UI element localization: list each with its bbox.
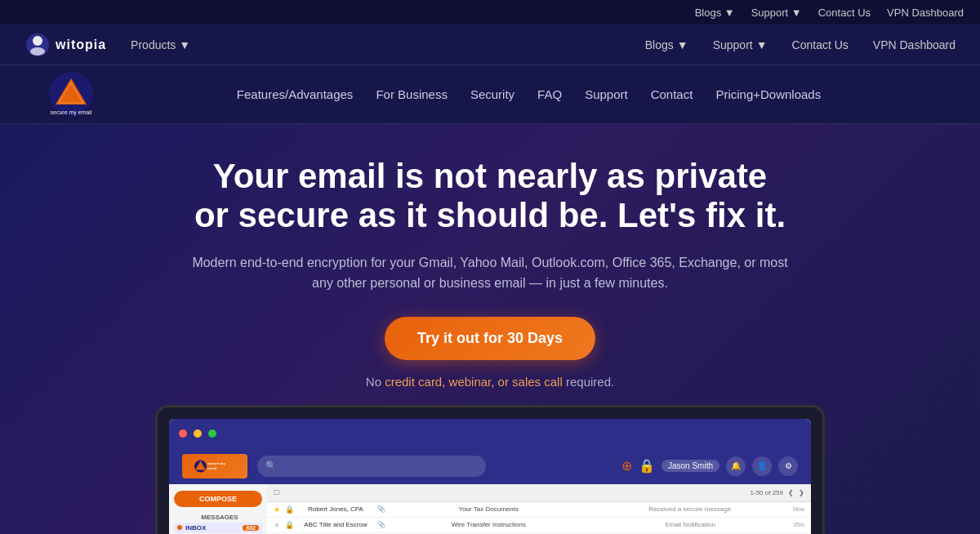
screen-topbar (169, 419, 811, 448)
compose-button[interactable]: COMPOSE (174, 491, 262, 507)
settings-icon[interactable]: ⚙ (778, 456, 798, 476)
blogs-link[interactable]: Blogs ▼ (695, 7, 735, 19)
laptop: secure my email 🔍 ⊕ 🔒 Jason Smith 🔔 (155, 405, 825, 534)
witopia-name: witopia (56, 38, 106, 52)
nav-faq[interactable]: FAQ (537, 87, 562, 101)
dot-red (179, 429, 187, 438)
nav-contact[interactable]: Contact (651, 87, 693, 101)
svg-text:secure my: secure my (207, 461, 225, 465)
bell-icon[interactable]: 🔔 (726, 456, 746, 476)
products-dropdown[interactable]: Products ▼ (131, 38, 190, 51)
user-badge: Jason Smith (662, 460, 719, 472)
second-nav-links: Features/Advantages For Business Securit… (127, 87, 931, 101)
no-req-highlights: credit card, webinar, or sales call (385, 375, 563, 389)
inbox-item[interactable]: INBOX 802 (174, 523, 262, 533)
lock-icon: 🔒 (285, 505, 294, 514)
second-nav: secure my email Features/Advantages For … (0, 65, 980, 124)
dot-green (208, 429, 216, 438)
hero-subtext: Modern end-to-end encryption for your Gm… (184, 252, 796, 294)
top-bar: Blogs ▼ Support ▼ Contact Us VPN Dashboa… (0, 0, 980, 24)
svg-point-2 (30, 47, 45, 56)
svg-point-1 (33, 36, 42, 46)
main-nav: witopia Products ▼ Blogs ▼ Support ▼ Con… (0, 24, 980, 65)
nav-business[interactable]: For Business (376, 87, 448, 101)
screen-user-area: ⊕ 🔒 Jason Smith 🔔 👤 ⚙ (621, 456, 798, 476)
email-count: 1-50 of 259 (751, 489, 783, 496)
hero-headline: Your email is not nearly as private or s… (122, 157, 858, 236)
laptop-outer: secure my email 🔍 ⊕ 🔒 Jason Smith 🔔 (155, 405, 825, 534)
screen-compose-area: COMPOSE MESSAGES INBOX 802 Sent Drafts A… (169, 484, 811, 534)
email-row[interactable]: ★ 🔒 ABC Title and Escrow 📎 Wire Transfer… (267, 518, 811, 533)
screen-search-box[interactable]: 🔍 (257, 456, 486, 477)
support-link[interactable]: Support ▼ (751, 7, 802, 19)
laptop-mockup: secure my email 🔍 ⊕ 🔒 Jason Smith 🔔 (16, 405, 964, 534)
securemyemail-logo: secure my email (49, 72, 94, 117)
logo-area: secure my email (49, 72, 94, 117)
contact-us-link[interactable]: Contact Us (818, 7, 871, 19)
screen-email-list: ☐ 1-50 of 259 ❮❯ ★ 🔒 Robert Jones, CPA 📎… (267, 484, 811, 534)
email-list-header: ☐ 1-50 of 259 ❮❯ (267, 484, 811, 502)
vpn-nav-link[interactable]: VPN Dashboard (873, 38, 956, 51)
svg-text:email: email (207, 466, 216, 470)
screen-logo-bar: secure my email 🔍 ⊕ 🔒 Jason Smith 🔔 (169, 448, 811, 484)
nav-security[interactable]: Security (470, 87, 514, 101)
no-req-text: No credit card, webinar, or sales call r… (16, 375, 964, 389)
dot-yellow (194, 429, 202, 438)
contact-nav-link[interactable]: Contact Us (792, 38, 849, 51)
lock-icon: 🔒 (285, 521, 294, 529)
support-nav-link[interactable]: Support ▼ (713, 38, 768, 51)
witopia-icon (24, 32, 51, 58)
search-icon: 🔍 (265, 461, 277, 471)
witopia-logo: witopia (24, 32, 106, 58)
messages-label: MESSAGES (177, 514, 262, 521)
email-row[interactable]: ★ 🔒 Robert Jones, CPA 📎 Your Tax Documen… (267, 502, 811, 518)
avatar-icon[interactable]: 👤 (752, 456, 772, 476)
vpn-dashboard-link[interactable]: VPN Dashboard (887, 7, 964, 19)
laptop-screen: secure my email 🔍 ⊕ 🔒 Jason Smith 🔔 (169, 419, 811, 534)
screen-app-logo: secure my email (182, 454, 247, 478)
screen-sidebar: COMPOSE MESSAGES INBOX 802 Sent Drafts A… (169, 484, 267, 534)
nav-pricing[interactable]: Pricing+Downloads (715, 87, 821, 101)
cta-button[interactable]: Try it out for 30 Days (385, 317, 595, 360)
hero-section: Your email is not nearly as private or s… (0, 124, 980, 534)
blogs-nav-link[interactable]: Blogs ▼ (645, 38, 688, 51)
svg-text:secure my email: secure my email (51, 109, 92, 116)
nav-features[interactable]: Features/Advantages (237, 87, 354, 101)
nav-support[interactable]: Support (585, 87, 628, 101)
